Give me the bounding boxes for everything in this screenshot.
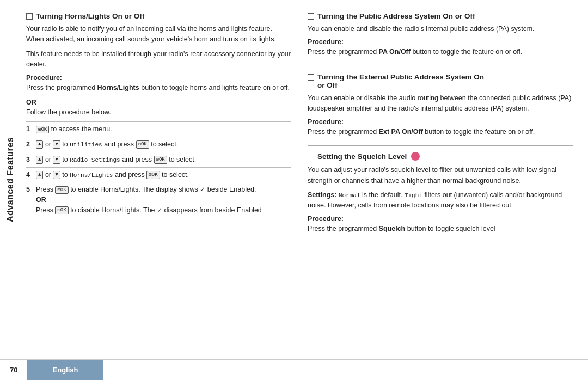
step-2-up-key: ▲ — [36, 140, 43, 149]
section-pa-procedure-label: Procedure: — [308, 38, 573, 46]
page-number: 70 — [0, 360, 27, 380]
section-extpa-procedure-text: Press the programmed Ext PA On/Off butto… — [308, 127, 573, 137]
step-1-key: ⊡OK — [36, 126, 49, 134]
section1-procedure-text: Press the programmed Horns/Lights button… — [26, 83, 291, 93]
section1-icon — [26, 13, 33, 20]
ext-pa-onoff-bold: Ext PA On/Off — [379, 128, 423, 136]
step-3: 3 ▲ or ▼ to Radio Settings and press ⊡OK… — [26, 152, 291, 167]
step-5-num: 5 — [26, 185, 33, 195]
right-column: Turning the Public Address System On or … — [308, 10, 573, 354]
step-2: 2 ▲ or ▼ to Utilities and press ⊡OK to s… — [26, 137, 291, 152]
section-pa-icon — [308, 13, 314, 20]
step-3-num: 3 — [26, 155, 33, 165]
step-3-mono: Radio Settings — [70, 157, 120, 163]
step-5-ok-key2: ⊡OK — [55, 206, 68, 214]
section-squelch-heading: Setting the Squelch Level — [308, 152, 573, 161]
main-content: Advanced Features Turning Horns/Lights O… — [0, 0, 588, 359]
section-squelch-icon — [308, 154, 314, 160]
follow-text: Follow the procedure below. — [26, 107, 291, 118]
section-pa-title: Turning the Public Address System On or … — [317, 12, 475, 20]
columns: Turning Horns/Lights On or Off Your radi… — [21, 0, 588, 359]
section1-procedure-label: Procedure: — [26, 74, 291, 82]
step-1-num: 1 — [26, 124, 33, 134]
section-squelch-title-text: Setting the Squelch Level — [317, 152, 407, 161]
section1-para1: Your radio is able to notify you of an i… — [26, 24, 291, 45]
settings-normal-mono: Normal — [339, 192, 360, 199]
bottom-bar: 70 English — [0, 359, 588, 380]
step-2-ok-key: ⊡OK — [136, 140, 149, 149]
step-5-content: Press ⊡OK to enable Horns/Lights. The di… — [36, 185, 291, 215]
step-5-ok-key: ⊡OK — [55, 186, 68, 194]
bottom-spacer — [103, 360, 588, 380]
section-squelch-procedure-text: Press the programmed Squelch button to t… — [308, 224, 573, 234]
step-4-num: 4 — [26, 170, 33, 180]
step-4-ok-key: ⊡OK — [146, 171, 160, 179]
divider-1 — [308, 66, 573, 66]
step-4: 4 ▲ or ▼ to Horns/Lights and press ⊡OK t… — [26, 167, 291, 182]
divider-2 — [308, 145, 573, 146]
squelch-pink-icon — [411, 152, 420, 161]
language-tab: English — [27, 360, 103, 380]
section1-heading: Turning Horns/Lights On or Off — [26, 12, 291, 20]
step-3-down-key: ▼ — [53, 156, 60, 164]
left-column: Turning Horns/Lights On or Off Your radi… — [26, 10, 291, 354]
checkmark-2: ✓ — [157, 206, 162, 214]
section-extpa-icon — [308, 74, 314, 81]
section-extpa-title-line1: Turning the External Public Address Syst… — [317, 73, 484, 81]
section-pa-para1: You can enable and disable the radio's i… — [308, 24, 573, 34]
step-1-content: ⊡OK to access the menu. — [36, 124, 291, 134]
step-list: 1 ⊡OK to access the menu. 2 ▲ or ▼ to Ut… — [26, 121, 291, 217]
or-label-1: OR — [26, 99, 291, 106]
section-extpa-para1: You can enable or disable the audio rout… — [308, 93, 573, 114]
page-wrapper: Advanced Features Turning Horns/Lights O… — [0, 0, 588, 380]
settings-text1: is the default. — [362, 191, 405, 199]
horns-lights-bold: Horns/Lights — [97, 84, 139, 91]
step-4-content: ▲ or ▼ to Horns/Lights and press ⊡OK to … — [36, 170, 291, 180]
step-2-down-key: ▼ — [53, 140, 60, 149]
sidebar: Advanced Features — [0, 0, 21, 359]
settings-bold: Settings: — [308, 191, 336, 199]
section-pa-procedure-text: Press the programmed PA On/Off button to… — [308, 47, 573, 57]
step-3-content: ▲ or ▼ to Radio Settings and press ⊡OK t… — [36, 155, 291, 165]
step-1-text: to access the menu. — [51, 125, 112, 133]
step-4-mono: Horns/Lights — [70, 172, 113, 179]
section-squelch-para1: You can adjust your radio's squelch leve… — [308, 165, 573, 186]
step-2-mono: Utilities — [70, 142, 102, 148]
step-4-down-key: ▼ — [53, 171, 60, 179]
section-extpa-procedure-label: Procedure: — [308, 118, 573, 126]
sidebar-label: Advanced Features — [5, 137, 15, 222]
step-4-up-key: ▲ — [36, 171, 43, 179]
squelch-bold: Squelch — [379, 225, 406, 232]
pa-onoff-bold: PA On/Off — [379, 48, 411, 56]
settings-tight-mono: Tight — [405, 192, 422, 199]
step-3-ok-key: ⊡OK — [154, 156, 167, 164]
step-1: 1 ⊡OK to access the menu. — [26, 121, 291, 137]
section1-title: Turning Horns/Lights On or Off — [36, 12, 144, 20]
section-extpa-title-line2: or Off — [317, 81, 338, 89]
checkmark-1: ✓ — [200, 186, 205, 193]
step-2-content: ▲ or ▼ to Utilities and press ⊡OK to sel… — [36, 139, 291, 150]
section-squelch-settings: Settings: Normal is the default. Tight f… — [308, 190, 573, 211]
section-squelch-title: Setting the Squelch Level — [317, 152, 420, 161]
section-extpa-heading: Turning the External Public Address Syst… — [308, 73, 573, 89]
step-5: 5 Press ⊡OK to enable Horns/Lights. The … — [26, 182, 291, 217]
section-extpa-title: Turning the External Public Address Syst… — [317, 73, 484, 89]
step-5-or: OR — [36, 196, 46, 204]
step-3-up-key: ▲ — [36, 156, 43, 164]
step-2-num: 2 — [26, 139, 33, 150]
section1-para2: This feature needs to be installed throu… — [26, 49, 291, 70]
section-squelch-procedure-label: Procedure: — [308, 215, 573, 223]
section-pa-heading: Turning the Public Address System On or … — [308, 12, 573, 20]
